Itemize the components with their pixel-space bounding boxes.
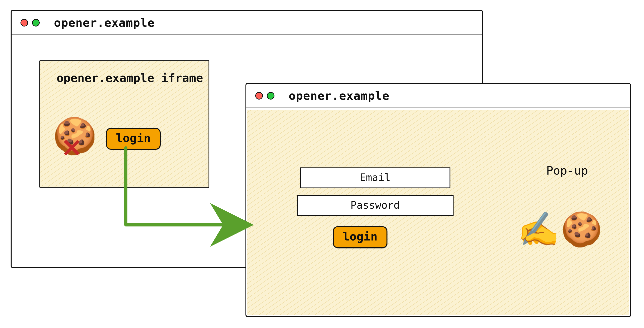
cross-icon: ✕ xyxy=(62,130,81,162)
iframe-login-button[interactable]: login xyxy=(106,128,160,150)
iframe-box: opener.example iframe 🍪 ✕ login xyxy=(39,60,210,188)
popup-browser-window: opener.example login Pop-up ✍️ 🍪 xyxy=(246,83,631,317)
close-dot-icon[interactable] xyxy=(255,92,263,99)
password-field[interactable] xyxy=(297,195,454,216)
popup-titlebar: opener.example xyxy=(246,84,630,108)
close-dot-icon[interactable] xyxy=(20,19,28,26)
popup-label: Pop-up xyxy=(546,164,588,177)
opener-titlebar: opener.example xyxy=(12,11,482,35)
blocked-cookie-icon: 🍪 ✕ xyxy=(52,118,97,154)
writing-hand-icon: ✍️ xyxy=(518,212,559,246)
cookie-icon: 🍪 xyxy=(561,212,602,246)
popup-window-title: opener.example xyxy=(289,89,390,102)
write-cookie-icon-group: ✍️ 🍪 xyxy=(518,212,602,246)
iframe-title: opener.example iframe xyxy=(56,71,203,85)
popup-body: login Pop-up ✍️ 🍪 xyxy=(247,110,629,315)
minimize-dot-icon[interactable] xyxy=(267,92,274,99)
popup-login-button[interactable]: login xyxy=(333,226,388,248)
minimize-dot-icon[interactable] xyxy=(32,19,40,26)
email-field[interactable] xyxy=(300,167,450,188)
opener-window-title: opener.example xyxy=(54,16,154,29)
